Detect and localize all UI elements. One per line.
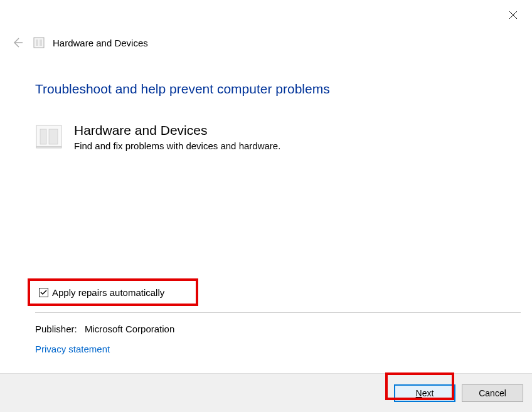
next-button[interactable]: Next (394, 384, 455, 402)
privacy-statement-link[interactable]: Privacy statement (35, 344, 110, 354)
back-arrow-icon (11, 36, 24, 49)
publisher-label: Publisher: (35, 324, 77, 334)
main-heading: Troubleshoot and help prevent computer p… (35, 82, 519, 97)
next-button-accelerator: N (416, 388, 422, 398)
apply-repairs-label: Apply repairs automatically (52, 287, 164, 298)
close-icon (509, 11, 518, 19)
publisher-info: Publisher: Microsoft Corporation (35, 324, 174, 334)
publisher-value: Microsoft Corporation (85, 324, 174, 334)
button-bar: Next Cancel (0, 373, 532, 412)
svg-rect-8 (49, 129, 58, 144)
troubleshooter-section: Hardware and Devices Find and fix proble… (35, 123, 519, 151)
troubleshooter-icon (33, 36, 45, 49)
next-button-suffix: ext (422, 388, 434, 398)
svg-rect-4 (36, 40, 38, 46)
apply-repairs-checkbox[interactable] (39, 288, 48, 297)
close-button[interactable] (506, 8, 521, 23)
svg-rect-7 (40, 129, 46, 144)
checkmark-icon (40, 289, 47, 296)
apply-repairs-checkbox-row[interactable]: Apply repairs automatically (35, 285, 168, 300)
svg-rect-5 (40, 40, 42, 46)
section-text: Hardware and Devices Find and fix proble… (74, 123, 280, 151)
svg-rect-3 (34, 38, 44, 48)
nav-bar: Hardware and Devices (10, 35, 148, 50)
section-title: Hardware and Devices (74, 123, 280, 138)
cancel-button[interactable]: Cancel (462, 384, 523, 402)
section-description: Find and fix problems with devices and h… (74, 140, 280, 151)
hardware-icon (35, 123, 63, 151)
content-area: Troubleshoot and help prevent computer p… (35, 82, 519, 151)
back-button[interactable] (10, 35, 25, 50)
divider (35, 312, 521, 313)
nav-title: Hardware and Devices (53, 38, 148, 48)
